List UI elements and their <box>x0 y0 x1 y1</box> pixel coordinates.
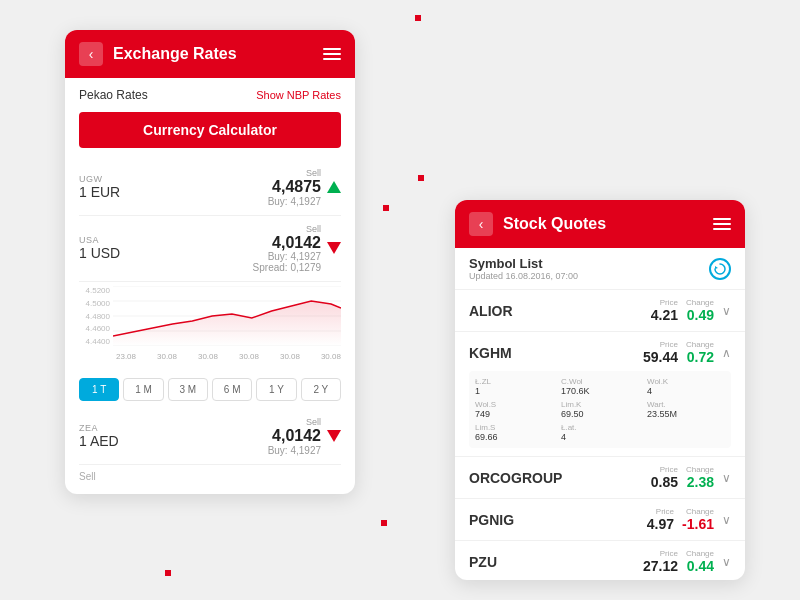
pgnig-chevron-down-icon: ∨ <box>722 513 731 527</box>
usd-region: USA <box>79 235 120 245</box>
limk-value: 69.50 <box>561 409 639 419</box>
decorative-dot <box>418 175 424 181</box>
time-6m-button[interactable]: 6 M <box>212 378 252 401</box>
eur-region: UGW <box>79 174 120 184</box>
header-left: ‹ Exchange Rates <box>79 42 237 66</box>
alior-change-label: Change <box>686 298 714 307</box>
y-label: 4.5000 <box>79 299 110 308</box>
pzu-chevron-down-icon: ∨ <box>722 555 731 569</box>
menu-line <box>323 53 341 55</box>
orcogroup-chevron-down-icon: ∨ <box>722 471 731 485</box>
kghm-stock-row[interactable]: KGHM Price 59.44 Change 0.72 ∧ Ł.ZL <box>455 332 745 457</box>
time-3m-button[interactable]: 3 M <box>168 378 208 401</box>
x-label: 30.08 <box>280 352 300 361</box>
menu-line <box>713 218 731 220</box>
usd-trend-down-icon <box>327 242 341 254</box>
stock-body: Symbol List Updated 16.08.2016, 07:00 AL… <box>455 248 745 580</box>
kghm-change-label: Change <box>686 340 714 349</box>
pzu-right: Price 27.12 Change 0.44 ∨ <box>643 549 731 574</box>
pgnig-price: 4.97 <box>647 516 674 532</box>
y-label: 4.4600 <box>79 324 110 333</box>
symbol-list-title: Symbol List <box>469 256 578 271</box>
symbol-list-header: Symbol List Updated 16.08.2016, 07:00 <box>455 248 745 290</box>
y-label: 4.5200 <box>79 286 110 295</box>
wart-label: Wart. <box>647 400 725 409</box>
svg-marker-5 <box>715 266 718 269</box>
kghm-wols-block: Wol.S 749 <box>475 400 553 419</box>
tat-label: Ł.at. <box>561 423 639 432</box>
pgnig-stock-row[interactable]: PGNIG Price 4.97 Change -1.61 ∨ <box>455 499 745 541</box>
aed-sell-value: 4,0142 <box>268 427 321 445</box>
back-button[interactable]: ‹ <box>79 42 103 66</box>
pzu-price: 27.12 <box>643 558 678 574</box>
stock-menu-icon[interactable] <box>713 218 731 230</box>
next-sell-label: Sell <box>79 471 96 482</box>
show-nbp-button[interactable]: Show NBP Rates <box>256 89 341 101</box>
exchange-title: Exchange Rates <box>113 45 237 63</box>
kghm-wart-block: Wart. 23.55M <box>647 400 725 419</box>
menu-line <box>323 48 341 50</box>
time-2y-button[interactable]: 2 Y <box>301 378 341 401</box>
wart-value: 23.55M <box>647 409 725 419</box>
orcogroup-change-label: Change <box>686 465 714 474</box>
alior-name: ALIOR <box>469 303 513 319</box>
currency-calculator-button[interactable]: Currency Calculator <box>79 112 341 148</box>
lims-label: Lim.S <box>475 423 553 432</box>
alior-change: 0.49 <box>686 307 714 323</box>
refresh-button[interactable] <box>709 258 731 280</box>
menu-line <box>323 58 341 60</box>
pzu-stock-row[interactable]: PZU Price 27.12 Change 0.44 ∨ <box>455 541 745 580</box>
orcogroup-stock-row[interactable]: ORCOGROUP Price 0.85 Change 2.38 ∨ <box>455 457 745 499</box>
decorative-dot <box>383 205 389 211</box>
time-1m-button[interactable]: 1 M <box>123 378 163 401</box>
menu-line <box>713 228 731 230</box>
pzu-price-label: Price <box>643 549 678 558</box>
aed-row: ZEA 1 AED Sell 4,0142 Buy: 4,1927 <box>79 409 341 465</box>
usd-sell-label: Sell <box>253 224 321 234</box>
kghm-price-label: Price <box>643 340 678 349</box>
rates-row: Pekao Rates Show NBP Rates <box>79 88 341 102</box>
usd-row: USA 1 USD Sell 4,0142 Buy: 4,1927 Spread… <box>79 216 341 283</box>
pgnig-price-block: Price 4.97 <box>647 507 674 532</box>
lzl-value: 1 <box>475 386 553 396</box>
wolk-label: Wol.K <box>647 377 725 386</box>
kghm-wolk-block: Wol.K 4 <box>647 377 725 396</box>
pzu-price-block: Price 27.12 <box>643 549 678 574</box>
pgnig-price-label: Price <box>647 507 674 516</box>
menu-icon[interactable] <box>323 48 341 60</box>
aed-sell-label: Sell <box>268 417 321 427</box>
aed-name: 1 AED <box>79 433 119 449</box>
pgnig-right: Price 4.97 Change -1.61 ∨ <box>647 507 731 532</box>
exchange-header: ‹ Exchange Rates <box>65 30 355 78</box>
lzl-label: Ł.ZL <box>475 377 553 386</box>
x-label: 30.08 <box>198 352 218 361</box>
next-currency-hint: Sell <box>79 465 341 484</box>
wols-label: Wol.S <box>475 400 553 409</box>
eur-name: 1 EUR <box>79 184 120 200</box>
aed-trend-down-icon <box>327 430 341 442</box>
usd-name: 1 USD <box>79 245 120 261</box>
aed-price-block: Sell 4,0142 Buy: 4,1927 <box>268 417 321 456</box>
alior-price-block: Price 4.21 <box>651 298 678 323</box>
usd-values: Sell 4,0142 Buy: 4,1927 Spread: 0,1279 <box>253 224 341 274</box>
alior-change-block: Change 0.49 <box>686 298 714 323</box>
exchange-chart: 4.5200 4.5000 4.4800 4.4600 4.4400 <box>79 282 341 372</box>
time-1y-button[interactable]: 1 Y <box>256 378 296 401</box>
eur-buy-value: Buy: 4,1927 <box>268 196 321 207</box>
time-1t-button[interactable]: 1 T <box>79 378 119 401</box>
stock-back-button[interactable]: ‹ <box>469 212 493 236</box>
kghm-cwol-block: C.Wol 170.6K <box>561 377 639 396</box>
chart-y-axis: 4.5200 4.5000 4.4800 4.4600 4.4400 <box>79 286 113 346</box>
alior-stock-row[interactable]: ALIOR Price 4.21 Change 0.49 ∨ <box>455 290 745 332</box>
kghm-price-block: Price 59.44 <box>643 340 678 365</box>
chart-plot <box>113 286 341 350</box>
y-label: 4.4400 <box>79 337 110 346</box>
kghm-change-block: Change 0.72 <box>686 340 714 365</box>
kghm-price: 59.44 <box>643 349 678 365</box>
pzu-change: 0.44 <box>686 558 714 574</box>
eur-price-block: Sell 4,4875 Buy: 4,1927 <box>268 168 321 207</box>
orcogroup-price: 0.85 <box>651 474 678 490</box>
orcogroup-name: ORCOGROUP <box>469 470 562 486</box>
eur-values: Sell 4,4875 Buy: 4,1927 <box>268 168 341 207</box>
kghm-change: 0.72 <box>686 349 714 365</box>
